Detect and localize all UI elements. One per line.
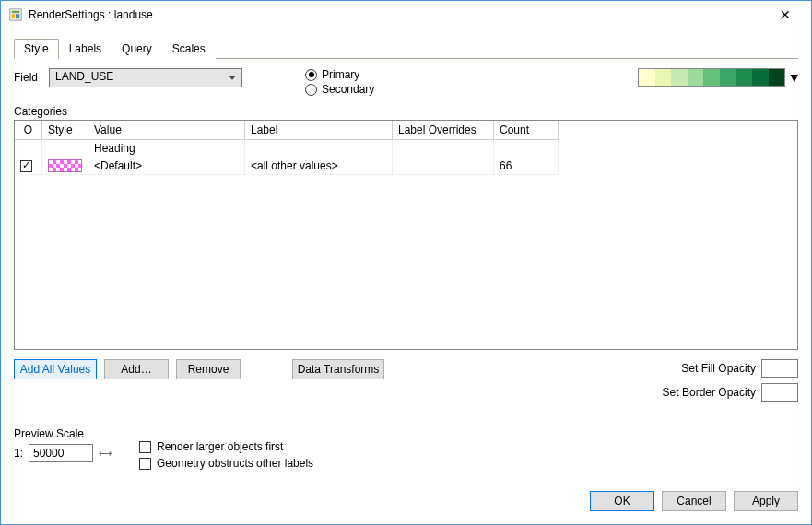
radio-circle-icon [305, 84, 317, 96]
heading-value: Heading [88, 140, 245, 158]
close-icon[interactable]: ✕ [767, 2, 804, 28]
tab-style[interactable]: Style [14, 39, 59, 59]
fill-opacity-input[interactable] [761, 359, 798, 378]
svg-rect-3 [16, 14, 19, 18]
default-label: <all other values> [245, 158, 393, 175]
color-ramp[interactable] [638, 68, 785, 87]
color-ramp-wrap: ▾ [638, 68, 798, 87]
tab-bar: Style Labels Query Scales [14, 38, 798, 59]
default-count: 66 [494, 158, 559, 175]
style-swatch[interactable] [48, 159, 82, 172]
dialog-buttons: OK Cancel Apply [590, 491, 798, 511]
render-settings-dialog: RenderSettings : landuse ✕ Style Labels … [0, 0, 812, 525]
field-row: Field LAND_USE Primary Secondary ▾ [14, 68, 798, 96]
tab-query[interactable]: Query [112, 39, 162, 59]
radio-primary[interactable]: Primary [305, 68, 374, 81]
ok-button[interactable]: OK [590, 491, 654, 511]
radio-primary-label: Primary [322, 68, 359, 81]
opacity-block: Set Fill Opacity Set Border Opacity [663, 359, 798, 402]
scale-lock-icon[interactable]: ⟷ [99, 449, 112, 459]
preview-scale-input[interactable] [29, 444, 93, 462]
scale-prefix: 1: [14, 447, 23, 460]
add-all-values-button[interactable]: Add All Values [14, 359, 97, 379]
default-overrides [393, 158, 494, 175]
primary-secondary-radios: Primary Secondary [305, 68, 374, 96]
col-count[interactable]: Count [494, 121, 559, 140]
col-on[interactable]: O [15, 121, 42, 140]
default-row[interactable]: <Default> <all other values> 66 [15, 158, 797, 175]
categories-label: Categories [14, 105, 798, 118]
button-row: Add All Values Add… Remove Data Transfor… [14, 359, 798, 402]
field-label: Field [14, 68, 41, 84]
radio-dot-icon [305, 69, 317, 81]
border-opacity-input[interactable] [761, 383, 798, 402]
tab-labels[interactable]: Labels [59, 39, 112, 59]
render-larger-first-row[interactable]: Render larger objects first [139, 440, 313, 453]
row-checkbox[interactable] [20, 160, 32, 172]
add-button[interactable]: Add… [104, 359, 169, 379]
titlebar: RenderSettings : landuse ✕ [1, 1, 811, 29]
tab-scales[interactable]: Scales [162, 39, 216, 59]
col-value[interactable]: Value [88, 121, 245, 140]
svg-rect-1 [12, 11, 20, 14]
grid-header: O Style Value Label Label Overrides Coun… [15, 121, 797, 140]
checkbox-icon [139, 458, 151, 470]
heading-row[interactable]: Heading [15, 140, 797, 158]
border-opacity-label: Set Border Opacity [663, 386, 756, 399]
default-value: <Default> [88, 158, 245, 175]
dialog-content: Style Labels Query Scales Field LAND_USE… [14, 38, 798, 511]
render-larger-label: Render larger objects first [157, 440, 283, 453]
col-style[interactable]: Style [42, 121, 88, 140]
col-overrides[interactable]: Label Overrides [393, 121, 494, 140]
app-icon [8, 7, 23, 22]
categories-grid: O Style Value Label Label Overrides Coun… [14, 120, 798, 350]
cancel-button[interactable]: Cancel [662, 491, 726, 511]
chevron-down-icon[interactable]: ▾ [791, 69, 798, 86]
svg-rect-2 [12, 14, 16, 18]
remove-button[interactable]: Remove [176, 359, 241, 379]
checkbox-icon [139, 441, 151, 453]
preview-scale-block: Preview Scale 1: ⟷ [14, 427, 112, 462]
field-select[interactable]: LAND_USE [49, 68, 242, 88]
radio-secondary[interactable]: Secondary [305, 83, 374, 96]
fill-opacity-label: Set Fill Opacity [681, 362, 756, 375]
bottom-block: Preview Scale 1: ⟷ Render larger objects… [14, 427, 798, 470]
render-options: Render larger objects first Geometry obs… [139, 440, 313, 470]
apply-button[interactable]: Apply [734, 491, 798, 511]
geometry-obstructs-row[interactable]: Geometry obstructs other labels [139, 457, 313, 470]
preview-scale-label: Preview Scale [14, 427, 112, 440]
radio-secondary-label: Secondary [322, 83, 374, 96]
window-title: RenderSettings : landuse [29, 8, 767, 21]
col-label[interactable]: Label [245, 121, 393, 140]
geometry-obstructs-label: Geometry obstructs other labels [157, 457, 313, 470]
data-transforms-button[interactable]: Data Transforms [292, 359, 384, 379]
